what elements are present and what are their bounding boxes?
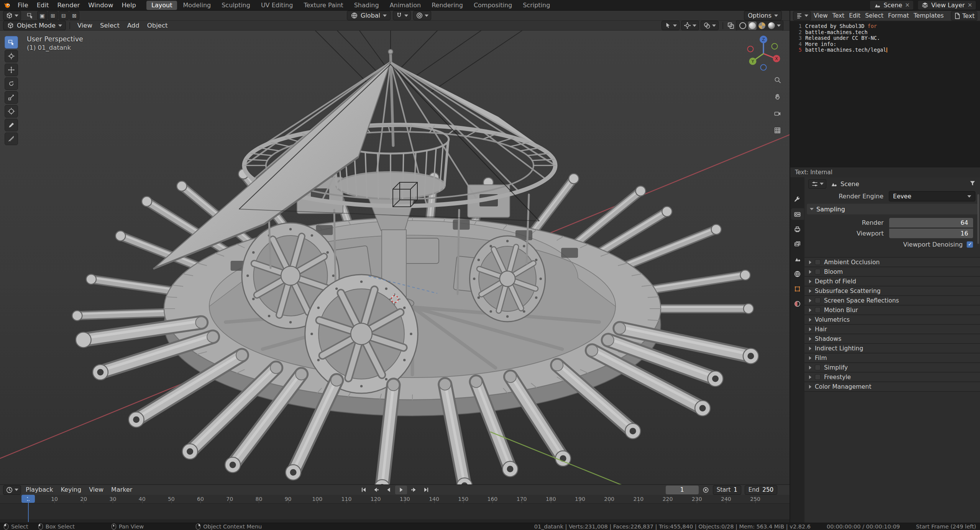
panel-film[interactable]: Film [804, 353, 980, 363]
panel-shadows[interactable]: Shadows [804, 334, 980, 344]
menu-view[interactable]: View [74, 21, 96, 31]
workspace-tab-layout[interactable]: Layout [146, 1, 177, 10]
tool-scale[interactable] [5, 91, 18, 104]
workspace-tab-uv-editing[interactable]: UV Editing [256, 1, 298, 10]
autokey-toggle[interactable] [702, 486, 709, 494]
panel-hair[interactable]: Hair [804, 325, 980, 334]
tab-tool[interactable] [791, 193, 804, 205]
menu-file[interactable]: File [13, 0, 33, 11]
visibility-dropdown[interactable] [662, 21, 680, 30]
workspace-tab-animation[interactable]: Animation [385, 1, 426, 10]
zoom-icon[interactable] [771, 74, 783, 86]
tool-transform[interactable] [5, 105, 18, 118]
tab-object[interactable] [791, 283, 804, 294]
snap-toggle[interactable] [393, 11, 411, 20]
select-mode-subtract[interactable]: ⊟ [59, 11, 69, 20]
panel-freestyle[interactable]: Freestyle [804, 373, 980, 382]
menu-keying[interactable]: Keying [57, 485, 85, 495]
simplify-checkbox[interactable] [815, 365, 821, 370]
shading-dropdown[interactable] [777, 25, 781, 27]
render-engine-dropdown[interactable]: Eevee [889, 191, 975, 201]
ssr-checkbox[interactable] [815, 298, 821, 303]
tool-select-box[interactable] [5, 36, 18, 49]
text-datablock-selector[interactable]: Text [951, 11, 977, 21]
filter-icon[interactable] [969, 180, 976, 188]
next-keyframe-button[interactable] [408, 486, 420, 494]
remove-view-layer-button[interactable]: × [967, 2, 972, 8]
options-dropdown[interactable]: Options [744, 11, 782, 20]
editor-type-selector[interactable] [3, 11, 21, 20]
menu-view[interactable]: View [85, 485, 107, 495]
start-frame-field[interactable]: Start1 [713, 485, 741, 495]
timeline-tracks[interactable] [0, 504, 790, 523]
panel-volumetrics[interactable]: Volumetrics [804, 315, 980, 325]
tool-measure[interactable] [5, 132, 18, 145]
workspace-tab-texture-paint[interactable]: Texture Paint [299, 1, 348, 10]
menu-marker[interactable]: Marker [107, 485, 136, 495]
workspace-tab-scripting[interactable]: Scripting [518, 1, 555, 10]
blender-logo-icon[interactable] [4, 2, 11, 9]
tab-output[interactable] [791, 223, 804, 235]
panel-sampling-header[interactable]: Sampling [807, 204, 978, 214]
panel-motion-blur[interactable]: Motion Blur [804, 306, 980, 315]
menu-select[interactable]: Select [863, 11, 886, 21]
bloom-checkbox[interactable] [815, 269, 821, 275]
timeline-ruler[interactable]: 1020304050607080901001101201301401501601… [0, 495, 790, 504]
workspace-tab-modeling[interactable]: Modeling [178, 1, 216, 10]
editor-type-selector-properties[interactable] [808, 179, 826, 189]
gizmos-dropdown[interactable] [681, 21, 699, 30]
shading-rendered-button[interactable] [767, 21, 776, 30]
tab-material[interactable] [791, 298, 804, 309]
menu-add[interactable]: Add [123, 21, 143, 31]
motion-blur-checkbox[interactable] [815, 307, 821, 313]
navigation-gizmo[interactable]: Z X Y [744, 34, 783, 72]
playhead-line[interactable] [28, 495, 29, 522]
current-frame-field[interactable]: 1 [666, 486, 699, 494]
shading-material-button[interactable] [758, 21, 766, 30]
tool-rotate[interactable] [5, 77, 18, 90]
menu-edit[interactable]: Edit [33, 0, 53, 11]
view-layer-selector[interactable]: View Layer × [918, 0, 976, 10]
play-button[interactable] [395, 486, 407, 494]
samples-render-field[interactable]: 64 [889, 218, 973, 227]
menu-object[interactable]: Object [143, 21, 172, 31]
select-mode-extend[interactable]: ⊞ [48, 11, 58, 20]
scene-selector[interactable]: Scene × [870, 0, 913, 10]
tool-move[interactable] [5, 64, 18, 76]
jump-to-start-button[interactable] [357, 486, 369, 494]
pan-hand-icon[interactable] [771, 90, 783, 103]
select-mode-intersect[interactable]: ⊠ [69, 11, 79, 20]
tab-world[interactable] [791, 268, 804, 280]
menu-templates[interactable]: Templates [911, 11, 946, 21]
panel-bloom[interactable]: Bloom [804, 267, 980, 277]
workspace-tab-compositing[interactable]: Compositing [469, 1, 517, 10]
menu-select[interactable]: Select [96, 21, 123, 31]
viewport-denoising-checkbox[interactable] [967, 241, 973, 248]
tab-scene[interactable] [791, 253, 804, 265]
menu-playback[interactable]: Playback [22, 485, 57, 495]
freestyle-checkbox[interactable] [815, 374, 821, 380]
workspace-tab-rendering[interactable]: Rendering [427, 1, 468, 10]
tab-view-layer[interactable] [791, 238, 804, 250]
text-editor-body[interactable]: 1Created by Shubol3D for 2battle-machine… [790, 21, 980, 167]
xray-toggle-icon[interactable] [727, 22, 734, 29]
menu-edit[interactable]: Edit [847, 11, 863, 21]
panel-subsurface-scattering[interactable]: Subsurface Scattering [804, 286, 980, 296]
transform-orientation-selector[interactable]: Global [347, 11, 391, 20]
tab-render[interactable] [791, 208, 804, 220]
play-reverse-button[interactable] [382, 486, 394, 494]
menu-text[interactable]: Text [830, 11, 847, 21]
jump-to-end-button[interactable] [420, 486, 432, 494]
samples-viewport-field[interactable]: 16 [889, 229, 973, 238]
editor-type-selector-text[interactable] [793, 11, 811, 21]
viewport-canvas[interactable]: User Perspective (1) 01_datank [0, 31, 790, 484]
proportional-editing-toggle[interactable] [413, 11, 431, 20]
menu-format[interactable]: Format [886, 11, 911, 21]
ortho-grid-icon[interactable] [771, 124, 783, 136]
workspace-tab-sculpting[interactable]: Sculpting [217, 1, 255, 10]
tool-annotate[interactable] [5, 119, 18, 131]
panel-color-management[interactable]: Color Management [804, 382, 980, 392]
unlink-scene-button[interactable]: × [905, 2, 910, 8]
workspace-tab-shading[interactable]: Shading [349, 1, 384, 10]
panel-simplify[interactable]: Simplify [804, 363, 980, 373]
